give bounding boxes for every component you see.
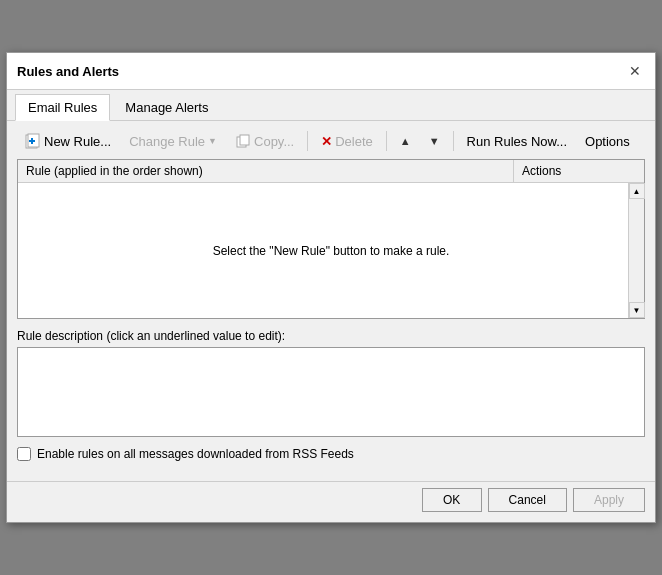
move-up-button[interactable]: ▲ [392, 131, 419, 151]
apply-button[interactable]: Apply [573, 488, 645, 512]
col-rule-header: Rule (applied in the order shown) [18, 160, 514, 182]
copy-label: Copy... [254, 134, 294, 149]
new-rule-icon [25, 133, 41, 149]
rule-list-scrollbar[interactable]: ▲ ▼ [628, 183, 644, 318]
move-down-button[interactable]: ▼ [421, 131, 448, 151]
title-bar: Rules and Alerts ✕ [7, 53, 655, 90]
move-down-icon: ▼ [429, 135, 440, 147]
rule-list: Rule (applied in the order shown) Action… [17, 159, 645, 319]
rss-checkbox[interactable] [17, 447, 31, 461]
toolbar: New Rule... Change Rule ▼ Copy... [17, 129, 645, 153]
run-rules-label: Run Rules Now... [467, 134, 567, 149]
toolbar-separator-3 [453, 131, 454, 151]
delete-icon: ✕ [321, 134, 332, 149]
change-rule-dropdown-icon: ▼ [208, 136, 217, 146]
rule-description-label: Rule description (click an underlined va… [17, 329, 645, 343]
copy-icon [235, 133, 251, 149]
delete-label: Delete [335, 134, 373, 149]
rss-checkbox-label[interactable]: Enable rules on all messages downloaded … [37, 447, 354, 461]
options-label: Options [585, 134, 630, 149]
dialog-footer: OK Cancel Apply [7, 481, 655, 522]
ok-button[interactable]: OK [422, 488, 482, 512]
new-rule-button[interactable]: New Rule... [17, 129, 119, 153]
dialog-content: New Rule... Change Rule ▼ Copy... [7, 121, 655, 481]
scroll-up-arrow[interactable]: ▲ [629, 183, 645, 199]
dialog-title: Rules and Alerts [17, 64, 119, 79]
rules-and-alerts-dialog: Rules and Alerts ✕ Email Rules Manage Al… [6, 52, 656, 523]
delete-button[interactable]: ✕ Delete [313, 130, 381, 153]
svg-rect-5 [240, 135, 249, 145]
options-button[interactable]: Options [577, 130, 638, 153]
rule-list-header: Rule (applied in the order shown) Action… [18, 160, 644, 183]
rule-list-body: Select the "New Rule" button to make a r… [18, 183, 644, 318]
copy-button[interactable]: Copy... [227, 129, 302, 153]
change-rule-label: Change Rule [129, 134, 205, 149]
close-button[interactable]: ✕ [625, 61, 645, 81]
change-rule-button[interactable]: Change Rule ▼ [121, 130, 225, 153]
tab-bar: Email Rules Manage Alerts [7, 90, 655, 121]
tab-manage-alerts[interactable]: Manage Alerts [112, 94, 221, 120]
rss-checkbox-row: Enable rules on all messages downloaded … [17, 447, 645, 461]
cancel-button[interactable]: Cancel [488, 488, 567, 512]
rule-description-box [17, 347, 645, 437]
run-rules-button[interactable]: Run Rules Now... [459, 130, 575, 153]
scroll-down-arrow[interactable]: ▼ [629, 302, 645, 318]
move-up-icon: ▲ [400, 135, 411, 147]
rule-empty-message: Select the "New Rule" button to make a r… [213, 244, 450, 258]
new-rule-label: New Rule... [44, 134, 111, 149]
tab-email-rules[interactable]: Email Rules [15, 94, 110, 121]
toolbar-separator-1 [307, 131, 308, 151]
toolbar-separator-2 [386, 131, 387, 151]
col-actions-header: Actions [514, 160, 644, 182]
